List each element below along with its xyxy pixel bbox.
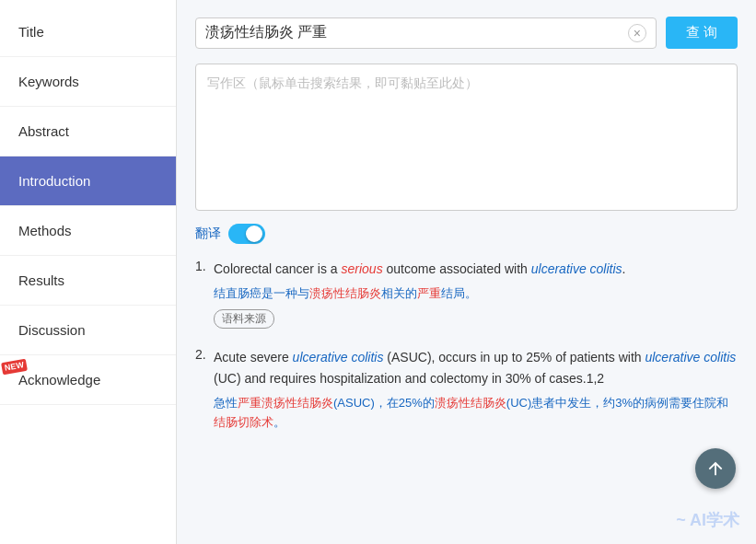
sidebar-item-label: Abstract — [18, 123, 69, 139]
sidebar: TitleKeywordsAbstractIntroductionMethods… — [0, 0, 177, 544]
search-input[interactable] — [205, 25, 628, 41]
clear-button[interactable]: × — [628, 24, 646, 42]
corpus-tag[interactable]: 语料来源 — [214, 309, 274, 329]
translate-row: 翻译 — [195, 224, 738, 244]
sidebar-item-results[interactable]: Results — [0, 256, 176, 306]
scroll-to-top-button[interactable] — [695, 448, 736, 489]
sidebar-item-label: Acknowledge — [18, 372, 100, 388]
result-cn: 急性严重溃疡性结肠炎(ASUC)，在25%的溃疡性结肠炎(UC)患者中发生，约3… — [214, 394, 738, 433]
sidebar-item-title[interactable]: Title — [0, 7, 176, 57]
arrow-up-icon — [705, 458, 726, 479]
sidebar-item-acknowledge[interactable]: NEWAcknowledge — [0, 355, 176, 405]
sidebar-item-label: Results — [18, 272, 64, 288]
result-en: Colorectal cancer is a serious outcome a… — [214, 259, 738, 281]
sidebar-item-methods[interactable]: Methods — [0, 206, 176, 256]
sidebar-item-label: Discussion — [18, 322, 86, 338]
sidebar-item-keywords[interactable]: Keywords — [0, 57, 176, 107]
translate-toggle[interactable] — [228, 224, 265, 244]
translate-label: 翻译 — [195, 226, 221, 242]
result-number: 2. — [195, 347, 206, 362]
result-cn: 结直肠癌是一种与溃疡性结肠炎相关的严重结局。 — [214, 284, 738, 304]
result-en: Acute severe ulcerative colitis (ASUC), … — [214, 347, 738, 391]
sidebar-item-label: Methods — [18, 223, 72, 238]
watermark: ~ AI学术 — [676, 509, 739, 531]
search-input-wrapper: × — [195, 17, 657, 49]
sidebar-item-introduction[interactable]: Introduction — [0, 156, 176, 206]
result-item: 2.Acute severe ulcerative colitis (ASUC)… — [195, 347, 738, 433]
sidebar-item-discussion[interactable]: Discussion — [0, 306, 176, 355]
result-number: 1. — [195, 259, 206, 273]
writing-area[interactable]: 写作区（鼠标单击搜索结果，即可黏贴至此处） — [195, 64, 738, 211]
result-item: 1.Colorectal cancer is a serious outcome… — [195, 259, 738, 329]
results-list: 1.Colorectal cancer is a serious outcome… — [195, 259, 738, 433]
main-content: × 查 询 写作区（鼠标单击搜索结果，即可黏贴至此处） 翻译 1.Colorec… — [177, 0, 756, 544]
search-bar: × 查 询 — [195, 17, 738, 49]
search-button[interactable]: 查 询 — [666, 17, 738, 49]
sidebar-item-abstract[interactable]: Abstract — [0, 107, 176, 156]
sidebar-item-label: Title — [18, 24, 44, 40]
sidebar-item-label: Introduction — [18, 173, 90, 189]
sidebar-item-label: Keywords — [18, 74, 79, 89]
